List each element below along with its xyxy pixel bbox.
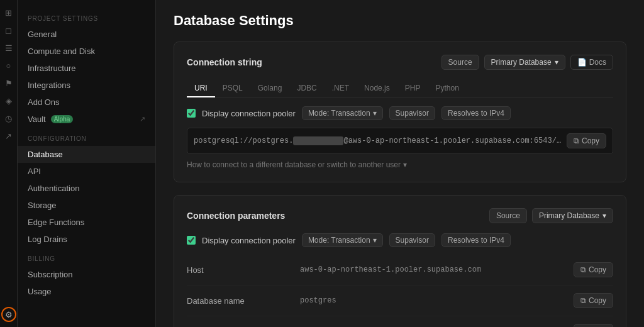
connection-params-header: Connection parameters Source Primary Dat… — [187, 208, 613, 223]
sidebar-item-subscription[interactable]: Subscription — [18, 266, 155, 283]
params-display-pooler-label: Display connection pooler — [202, 236, 296, 245]
chevron-down-icon: ▾ — [403, 160, 407, 169]
connection-string-card: Connection string Source Primary Databas… — [174, 42, 626, 182]
tab-python[interactable]: Python — [428, 80, 466, 97]
copy-port-button[interactable]: ⧉ Copy — [574, 324, 613, 327]
sidebar: PROJECT SETTINGS General Compute and Dis… — [18, 0, 156, 327]
sidebar-item-usage[interactable]: Usage — [18, 283, 155, 300]
params-display-pooler-row: Display connection pooler Mode: Transact… — [187, 233, 613, 247]
params-mode-chevron-icon: ▾ — [373, 236, 377, 245]
sidebar-item-database[interactable]: Database — [18, 146, 155, 163]
connection-string-value: postgresql://postgres.@aws-0-ap-northeas… — [194, 136, 562, 145]
display-pooler-label: Display connection pooler — [202, 109, 296, 118]
tab-psql[interactable]: PSQL — [215, 80, 250, 97]
sidebar-item-authentication[interactable]: Authentication — [18, 180, 155, 197]
sidebar-item-add-ons[interactable]: Add Ons — [18, 94, 155, 111]
tab-php[interactable]: PHP — [397, 80, 428, 97]
rail-icon-storage[interactable]: ◈ — [1, 93, 16, 108]
icon-rail: ⊞ ◻ ☰ ○ ⚑ ◈ ◷ ↗ ⚙ — [0, 0, 18, 327]
sidebar-item-edge-functions[interactable]: Edge Functions — [18, 214, 155, 231]
param-row-database-name: Database name postgres ⧉ Copy — [187, 285, 613, 316]
help-link[interactable]: How to connect to a different database o… — [187, 160, 613, 169]
sidebar-item-api[interactable]: API — [18, 163, 155, 180]
mode-chevron-icon: ▾ — [373, 109, 377, 118]
connection-params-title: Connection parameters — [187, 211, 285, 221]
connection-string-tabs: URI PSQL Golang JDBC .NET Node.js PHP Py… — [187, 80, 613, 97]
connection-string-input-row: postgresql://postgres.@aws-0-ap-northeas… — [187, 128, 613, 154]
param-value-host: aws-0-ap-northeast-1.pooler.supabase.com — [300, 265, 574, 274]
sidebar-item-infrastructure[interactable]: Infrastructure — [18, 60, 155, 77]
source-button[interactable]: Source — [441, 55, 479, 70]
params-display-pooler-checkbox[interactable] — [187, 236, 196, 245]
connection-params-controls: Source Primary Database ▾ — [489, 208, 613, 223]
param-row-port: Port 6543 ⧉ Copy — [187, 316, 613, 327]
rail-icon-database[interactable]: ○ — [1, 58, 16, 73]
tab-golang[interactable]: Golang — [250, 80, 290, 97]
params-supavisor-chip: Supavisor — [389, 233, 435, 247]
chevron-down-icon: ▾ — [555, 58, 558, 67]
copy-host-button[interactable]: ⧉ Copy — [574, 262, 613, 277]
rail-icon-settings[interactable]: ⚙ — [1, 307, 16, 322]
copy-database-name-button[interactable]: ⧉ Copy — [574, 293, 613, 308]
tab-nodejs[interactable]: Node.js — [357, 80, 397, 97]
tab-jdbc[interactable]: JDBC — [289, 80, 324, 97]
connection-string-title: Connection string — [187, 57, 262, 67]
sidebar-item-log-drains[interactable]: Log Drains — [18, 231, 155, 248]
configuration-label: CONFIGURATION — [18, 128, 155, 146]
rail-icon-functions[interactable]: ◷ — [1, 111, 16, 126]
project-settings-label: PROJECT SETTINGS — [18, 8, 155, 26]
redacted-password — [293, 136, 343, 145]
params-source-button[interactable]: Source — [489, 208, 527, 223]
param-value-database-name: postgres — [300, 296, 574, 305]
supavisor-chip: Supavisor — [389, 106, 435, 120]
display-pooler-checkbox[interactable] — [187, 109, 196, 118]
docs-icon: 📄 — [577, 58, 587, 67]
sidebar-item-general[interactable]: General — [18, 26, 155, 43]
sidebar-item-compute-disk[interactable]: Compute and Disk — [18, 43, 155, 60]
copy-icon: ⧉ — [574, 136, 579, 145]
rail-icon-editor[interactable]: ◻ — [1, 23, 16, 38]
sidebar-item-vault[interactable]: Vault Alpha ↗ — [18, 111, 155, 128]
rail-icon-home[interactable]: ⊞ — [1, 5, 16, 20]
primary-db-button[interactable]: Primary Database ▾ — [484, 55, 565, 70]
copy-host-icon: ⧉ — [580, 265, 586, 274]
billing-label: BILLING — [18, 248, 155, 266]
rail-icon-auth[interactable]: ⚑ — [1, 75, 16, 91]
tab-net[interactable]: .NET — [325, 80, 357, 97]
connection-string-header: Connection string Source Primary Databas… — [187, 55, 613, 70]
rail-icon-table[interactable]: ☰ — [1, 40, 16, 55]
tab-uri[interactable]: URI — [187, 80, 215, 97]
vault-badge: Alpha — [51, 115, 74, 123]
param-label-database-name: Database name — [187, 296, 300, 306]
mode-chip[interactable]: Mode: Transaction ▾ — [302, 106, 383, 120]
sidebar-item-integrations[interactable]: Integrations — [18, 77, 155, 94]
page-title: Database Settings — [174, 13, 626, 29]
display-pooler-row: Display connection pooler Mode: Transact… — [187, 106, 613, 120]
params-primary-db-button[interactable]: Primary Database ▾ — [532, 208, 613, 223]
params-mode-chip[interactable]: Mode: Transaction ▾ — [302, 233, 383, 247]
rail-icon-logs[interactable]: ↗ — [1, 128, 16, 143]
copy-dbname-icon: ⧉ — [580, 296, 586, 305]
connection-params-card: Connection parameters Source Primary Dat… — [174, 195, 626, 327]
connection-string-controls: Source Primary Database ▾ 📄 Docs — [441, 55, 613, 70]
docs-button[interactable]: 📄 Docs — [570, 55, 613, 70]
sidebar-item-storage[interactable]: Storage — [18, 197, 155, 214]
external-link-icon: ↗ — [140, 115, 145, 123]
main-content: Database Settings Connection string Sour… — [156, 0, 644, 327]
copy-connection-string-button[interactable]: ⧉ Copy — [567, 133, 606, 148]
param-label-host: Host — [187, 265, 300, 275]
params-chevron-down-icon: ▾ — [602, 211, 606, 220]
resolves-ipv4-chip: Resolves to IPv4 — [441, 106, 511, 120]
param-row-host: Host aws-0-ap-northeast-1.pooler.supabas… — [187, 255, 613, 285]
params-resolves-ipv4-chip: Resolves to IPv4 — [441, 233, 511, 247]
